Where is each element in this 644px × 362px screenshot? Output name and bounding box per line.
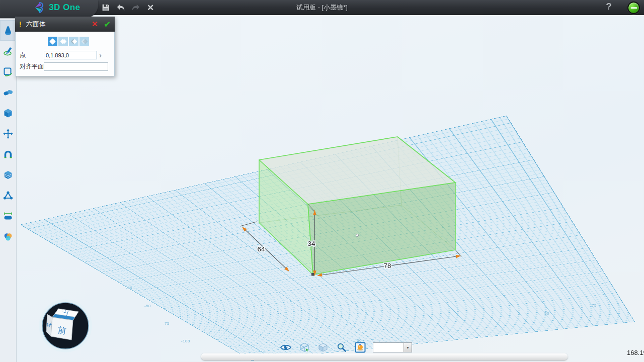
bend-magnet-icon <box>3 149 14 160</box>
dialog-body: 点 › 对齐平面 <box>15 32 115 76</box>
zoom-readout: 168.19 <box>627 349 644 356</box>
align-plane-field-row: 对齐平面 <box>20 62 110 71</box>
measure-icon <box>3 211 14 222</box>
undo-button[interactable] <box>115 2 127 13</box>
op-intersect-button[interactable] <box>79 37 89 46</box>
view-preset-dropdown[interactable]: ▾ <box>373 342 412 352</box>
sidebar-item-sketch-edit[interactable] <box>0 61 17 82</box>
sidebar-item-color[interactable] <box>0 226 17 247</box>
dropdown-arrow-icon[interactable]: ▾ <box>404 343 412 352</box>
close-icon: ✕ <box>147 3 154 13</box>
point-input[interactable] <box>44 51 97 59</box>
sidebar-item-combine[interactable] <box>0 164 17 185</box>
warning-icon: ! <box>19 20 22 28</box>
move-transform-icon <box>3 128 14 139</box>
sidebar-item-deform[interactable] <box>0 144 17 164</box>
align-plane-label: 对齐平面 <box>20 62 44 71</box>
op-add-button[interactable] <box>58 37 68 46</box>
primitive-solid-icon <box>3 25 14 36</box>
title-bar: 3D One ✕ 试用版 - [小墨镜*] ? <box>0 0 644 15</box>
render-mode-icon[interactable] <box>354 342 366 353</box>
sidebar-item-move[interactable] <box>0 123 17 144</box>
base-diamond-icon <box>49 38 56 45</box>
bottom-shelf <box>201 353 568 360</box>
op-subtract-button[interactable] <box>69 37 78 46</box>
viewcube-front-face[interactable]: 前 <box>57 325 67 336</box>
color-render-icon <box>3 231 14 242</box>
app-logo: 3D One <box>33 1 80 14</box>
combine-solids-icon <box>3 169 14 180</box>
3done-logo-icon <box>33 1 45 14</box>
sidebar-item-primitive-solid[interactable] <box>0 20 17 41</box>
origin-point <box>356 234 358 236</box>
sidebar-item-special-features[interactable] <box>0 82 17 103</box>
point-label: 点 <box>20 51 44 59</box>
align-plane-input[interactable] <box>44 62 108 71</box>
dialog-confirm-icon[interactable]: ✔ <box>104 20 111 29</box>
dimension-width-label[interactable]: 78 <box>383 262 391 269</box>
3d-one-app: -25 -50 -75 -100 -50 50 75 34 <box>0 0 644 362</box>
view-preset-value[interactable] <box>373 343 404 352</box>
sidebar-item-basic-solid[interactable] <box>0 103 17 123</box>
boolean-operation-row <box>27 37 110 46</box>
app-logo-text: 3D One <box>49 3 80 13</box>
redo-arrow-icon <box>130 3 141 12</box>
save-button[interactable] <box>100 2 112 13</box>
op-base-button[interactable] <box>48 37 57 46</box>
hexahedron-dialog: ! 六面体 ✕ ✔ 点 › 对齐平面 <box>15 17 115 76</box>
help-button[interactable]: ? <box>603 1 615 12</box>
sidebar-item-measure[interactable] <box>0 206 17 226</box>
view-cube[interactable]: 前 上 左 <box>40 301 91 351</box>
expand-chevron-icon[interactable]: › <box>99 53 102 58</box>
sketch-edit-icon <box>3 66 14 77</box>
tool-sidebar <box>0 15 17 362</box>
account-status-button[interactable] <box>627 2 640 14</box>
zoom-tool-icon[interactable] <box>336 342 348 353</box>
close-document-button[interactable]: ✕ <box>144 2 156 13</box>
sketch-pen-icon <box>3 46 14 57</box>
undo-arrow-icon <box>115 3 126 12</box>
redo-button[interactable] <box>130 2 142 13</box>
sidebar-item-assembly[interactable] <box>0 185 17 206</box>
view-toolbar: ▾ <box>280 341 412 354</box>
dialog-cancel-icon[interactable]: ✕ <box>92 20 98 29</box>
sidebar-item-sketch[interactable] <box>0 41 17 61</box>
assembly-icon <box>3 190 14 201</box>
basic-solid-cube-icon <box>3 108 14 119</box>
minus-icon <box>630 7 637 9</box>
box-corner-handle[interactable] <box>311 273 314 276</box>
dimension-depth-label[interactable]: 64 <box>257 245 265 253</box>
hexahedron-box[interactable] <box>259 137 455 275</box>
dialog-header[interactable]: ! 六面体 ✕ ✔ <box>15 17 115 32</box>
wireframe-view-icon[interactable] <box>298 342 310 353</box>
dialog-title: 六面体 <box>26 20 92 29</box>
dimension-height-label[interactable]: 34 <box>307 240 315 247</box>
special-feature-icon <box>3 87 14 98</box>
visibility-eye-icon[interactable] <box>280 342 292 353</box>
point-field-row: 点 › <box>20 51 110 59</box>
save-floppy-icon <box>101 3 110 12</box>
shaded-view-icon[interactable] <box>317 342 329 353</box>
